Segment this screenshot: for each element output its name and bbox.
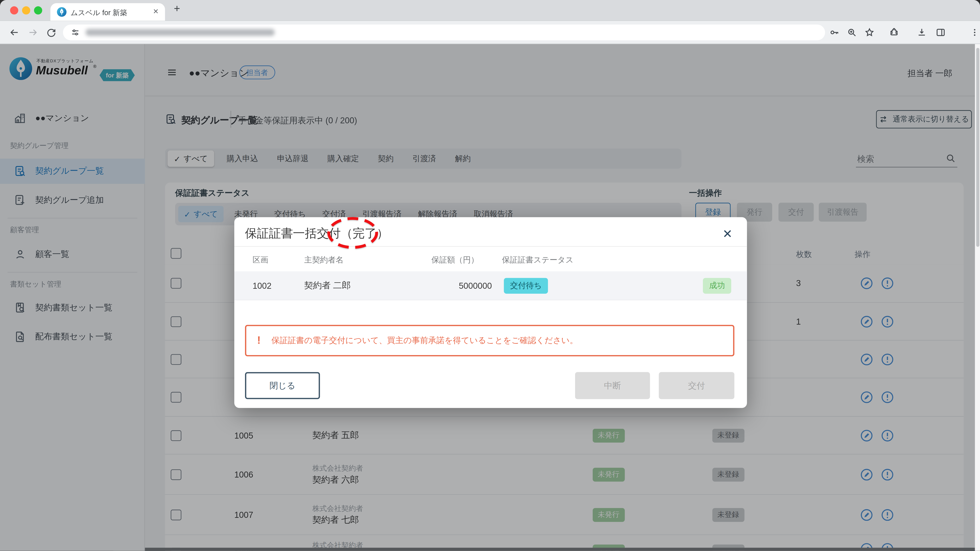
- modal-status-badge: 交付待ち: [504, 278, 548, 294]
- modal-close-icon[interactable]: ✕: [722, 227, 733, 241]
- new-tab-button[interactable]: +: [174, 2, 180, 15]
- reload-icon[interactable]: [46, 27, 57, 38]
- page-scrollbar[interactable]: [975, 44, 980, 551]
- modal-close-button[interactable]: 閉じる: [245, 372, 320, 399]
- tab-strip: ムスベル for 新築 ✕ +: [0, 0, 980, 21]
- red-dashed-annotation-ellipse: [324, 214, 381, 251]
- tune-icon[interactable]: [71, 28, 80, 37]
- traffic-light-zoom[interactable]: [34, 6, 42, 14]
- back-icon[interactable]: [9, 27, 20, 38]
- tab-close-icon[interactable]: ✕: [153, 8, 159, 16]
- modal-col-status: 保証証書ステータス: [502, 253, 574, 267]
- modal-table-row: 1002 契約者 二郎 5000000 交付待ち 成功: [234, 272, 747, 300]
- warning-banner: ! 保証証書の電子交付について、買主の事前承諾を得ていることをご確認ください。: [245, 325, 734, 356]
- side-panel-icon[interactable]: [935, 27, 946, 38]
- modal-col-amount: 保証額（円）: [431, 253, 479, 267]
- modal-row-name: 契約者 二郎: [304, 280, 351, 291]
- modal-deliver-button: 交付: [659, 372, 734, 399]
- forward-icon[interactable]: [28, 27, 38, 38]
- zoom-icon[interactable]: [846, 27, 857, 38]
- musubell-favicon-icon: [57, 7, 67, 17]
- browser-chrome: ムスベル for 新築 ✕ +: [0, 0, 980, 44]
- menu-kebab-icon[interactable]: [969, 27, 980, 38]
- downloads-icon[interactable]: [916, 27, 927, 38]
- bookmark-star-icon[interactable]: [864, 27, 875, 38]
- traffic-light-close[interactable]: [10, 6, 18, 14]
- modal-divider: [234, 246, 747, 247]
- exclamation-icon: !: [247, 334, 272, 347]
- browser-toolbar: [0, 21, 980, 44]
- modal-col-section: 区画: [253, 253, 268, 267]
- modal-row-amount: 5000000: [411, 281, 492, 290]
- modal-col-contractor: 主契約者名: [304, 253, 344, 267]
- modal-result-badge: 成功: [703, 278, 731, 294]
- scrollbar-thumb[interactable]: [976, 48, 979, 247]
- bulk-delivery-modal: 保証証書一括交付（完了） ✕ 区画 主契約者名 保証額（円） 保証証書ステータス…: [234, 217, 747, 408]
- modal-abort-button: 中断: [575, 372, 650, 399]
- url-bar[interactable]: [63, 24, 825, 40]
- warning-text: 保証証書の電子交付について、買主の事前承諾を得ていることをご確認ください。: [272, 335, 578, 346]
- traffic-light-minimize[interactable]: [22, 6, 30, 14]
- modal-row-id: 1002: [253, 281, 272, 290]
- extensions-puzzle-icon[interactable]: [889, 27, 899, 38]
- browser-tab[interactable]: ムスベル for 新築 ✕: [50, 3, 165, 21]
- url-text-blurred: [86, 29, 275, 36]
- tab-title: ムスベル for 新築: [71, 8, 127, 17]
- password-key-icon[interactable]: [829, 27, 840, 38]
